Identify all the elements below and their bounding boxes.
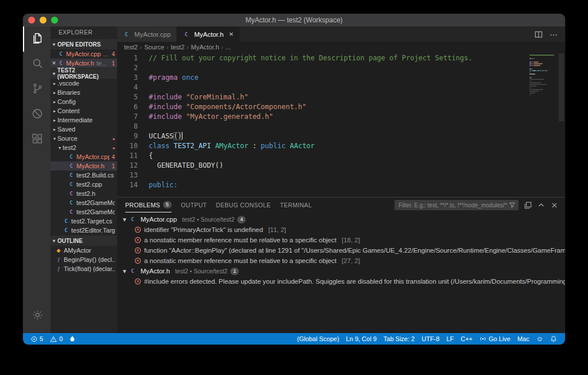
tree-item-test2-h[interactable]: Ctest2.h	[51, 189, 117, 198]
problems-errors[interactable]: 5	[28, 333, 47, 345]
code-text[interactable]	[138, 171, 149, 180]
tree-item-myactor-cpp[interactable]: CMyActor.cpp4	[51, 152, 117, 161]
workspace-header[interactable]: ▾ TEST2 (WORKSPACE)	[51, 68, 117, 79]
code-text[interactable]: #include "Components/ActorComponent.h"	[138, 102, 307, 112]
panel-tab-output[interactable]: OUTPUT	[181, 198, 207, 212]
tree-item-test2gamemode[interactable]: Ctest2GameMode...	[51, 207, 117, 217]
cpp-scope[interactable]: (Global Scope)	[293, 333, 342, 345]
code-text[interactable]: GENERATED_BODY()	[138, 161, 223, 171]
go-live[interactable]: Go Live	[476, 333, 514, 345]
close-editor-icon[interactable]: ✕	[51, 60, 57, 66]
problem-item[interactable]: a nonstatic member reference must be rel…	[117, 235, 565, 245]
code-text[interactable]: #pragma once	[138, 73, 199, 83]
open-editor-myactor-h[interactable]: ✕CMyActor.hte...1	[51, 59, 117, 68]
problems-warnings[interactable]: 0	[47, 333, 66, 345]
breadcrumb-item-source[interactable]: Source	[144, 44, 164, 51]
tree-item-test2[interactable]: ▾test2●	[51, 143, 117, 152]
tab-myactor-cpp[interactable]: CMyActor.cpp	[117, 26, 177, 42]
activity-source-control[interactable]	[23, 77, 51, 102]
zoom-window-button[interactable]	[51, 17, 58, 24]
code-text[interactable]: {	[138, 151, 153, 161]
code-text[interactable]: // Fill out your copyright notice in the…	[138, 53, 473, 63]
titlebar[interactable]: MyActor.h — test2 (Workspace)	[23, 14, 565, 26]
close-tab-icon[interactable]: ✕	[229, 31, 233, 37]
filter-icon[interactable]	[509, 202, 516, 208]
tree-item-intermediate[interactable]: ▸Intermediate	[51, 115, 117, 125]
feedback-smiley[interactable]: ☺	[533, 333, 547, 345]
maximize-panel-icon[interactable]	[537, 202, 545, 209]
tree-item-test2-cpp[interactable]: Ctest2.cpp	[51, 180, 117, 189]
more-actions-icon[interactable]: ⋯	[550, 30, 558, 38]
outline-item-tick-float-declar[interactable]: ƒTick(float) (declar...	[51, 264, 117, 273]
problem-item[interactable]: function "AActor::BeginPlay" (declared a…	[117, 245, 565, 256]
tree-item-test2-target-cs[interactable]: Ctest2.Target.cs	[51, 217, 117, 226]
cursor-position[interactable]: Ln 9, Col 9	[343, 333, 380, 345]
activity-extensions[interactable]	[23, 127, 51, 153]
tree-item-config[interactable]: ▸Config	[51, 97, 117, 106]
os-indicator[interactable]: Mac	[514, 333, 533, 345]
code-text[interactable]: #include "MyActor.generated.h"	[138, 112, 273, 122]
problem-group-myactor-cpp[interactable]: ▾CMyActor.cpptest2 • Source/test24	[117, 214, 565, 225]
close-panel-icon[interactable]	[551, 202, 558, 209]
code-text[interactable]	[138, 63, 149, 73]
close-window-button[interactable]	[28, 17, 35, 24]
breadcrumb-item-myactor-h[interactable]: MyActor.h	[191, 44, 219, 51]
chevron-right-icon: ▸	[52, 127, 57, 132]
activity-do-not-disturb[interactable]	[23, 102, 51, 127]
tree-item-test2gamemode[interactable]: Ctest2GameMode...	[51, 198, 117, 207]
tree-item-content[interactable]: ▸Content	[51, 106, 117, 115]
problem-item[interactable]: a nonstatic member reference must be rel…	[117, 256, 565, 266]
editor-scrollbar[interactable]	[558, 52, 565, 197]
code-text[interactable]	[138, 122, 149, 132]
problem-item[interactable]: #include errors detected. Please update …	[117, 276, 565, 287]
panel-tab-terminal[interactable]: TERMINAL	[280, 198, 312, 212]
panel-tab-problems[interactable]: PROBLEMS5	[125, 198, 172, 212]
eol-sequence[interactable]: LF	[443, 333, 457, 345]
tree-item-myactor-h[interactable]: CMyActor.h1	[51, 161, 117, 171]
open-editors-label: OPEN EDITORS	[57, 41, 100, 48]
tree-item-source[interactable]: ▾Source●	[51, 134, 117, 143]
problem-item[interactable]: identifier "PrimaryActorTick" is undefin…	[117, 225, 565, 235]
folder-name: Intermediate	[57, 117, 92, 123]
error-icon	[134, 237, 141, 243]
open-editors-header[interactable]: ▾ OPEN EDITORS	[51, 39, 117, 49]
tab-myactor-h[interactable]: CMyActor.h✕	[177, 26, 240, 42]
tree-item-test2editor-target[interactable]: Ctest2Editor.Target...	[51, 226, 117, 235]
folder-name: Binaries	[57, 89, 80, 96]
outline-header[interactable]: ▾ OUTLINE	[51, 235, 117, 246]
code-text[interactable]	[138, 83, 149, 92]
encoding[interactable]: UTF-8	[418, 333, 443, 345]
breadcrumb-item-test2[interactable]: test2	[171, 44, 184, 51]
tree-item-vscode[interactable]: ▸.vscode	[51, 79, 117, 88]
problem-group-myactor-h[interactable]: ▾CMyActor.htest2 • Source/test21	[117, 266, 565, 276]
activity-explorer[interactable]	[23, 26, 51, 52]
minimize-window-button[interactable]	[40, 17, 47, 24]
minimap[interactable]	[529, 55, 556, 96]
indentation[interactable]: Tab Size: 2	[380, 333, 418, 345]
code-token	[182, 113, 186, 121]
manage-settings[interactable]	[23, 303, 51, 328]
code-editor[interactable]: 1// Fill out your copyright notice in th…	[117, 52, 565, 197]
tree-item-test2-build-cs[interactable]: Ctest2.Build.cs	[51, 171, 117, 180]
breadcrumb-item-[interactable]: ...	[226, 44, 231, 51]
outline-item-beginplay-decl[interactable]: ƒBeginPlay() (decl...	[51, 255, 117, 264]
tree-item-binaries[interactable]: ▸Binaries	[51, 88, 117, 97]
panel-tab-debug-console[interactable]: DEBUG CONSOLE	[216, 198, 271, 212]
code-text[interactable]: UCLASS()	[138, 132, 183, 141]
notifications-bell[interactable]	[547, 333, 560, 345]
code-text[interactable]: class TEST2_API AMyActor : public AActor	[138, 141, 315, 151]
scrollbar-slider[interactable]	[559, 53, 564, 121]
cpptools-parsing[interactable]	[66, 333, 79, 345]
language-mode[interactable]: C++	[457, 333, 476, 345]
activity-search[interactable]	[23, 52, 51, 77]
split-editor-icon[interactable]	[535, 30, 543, 38]
breadcrumb-item-test2[interactable]: test2	[124, 44, 138, 51]
tree-item-saved[interactable]: ▸Saved	[51, 125, 117, 134]
code-text[interactable]: public:	[138, 180, 178, 190]
error-count-badge: 4	[110, 154, 115, 160]
outline-item-amyactor[interactable]: ◆AMyActor	[51, 246, 117, 255]
problems-filter-input[interactable]	[397, 202, 509, 209]
open-editor-myactor-cpp[interactable]: CMyActor.cpp...4	[51, 49, 117, 59]
open-in-editor-icon[interactable]	[524, 202, 532, 209]
code-text[interactable]: #include "CoreMinimal.h"	[138, 92, 248, 102]
